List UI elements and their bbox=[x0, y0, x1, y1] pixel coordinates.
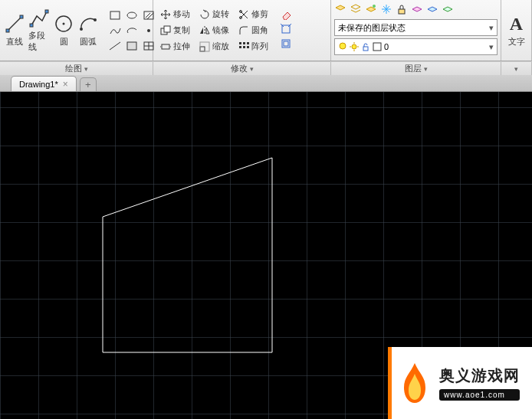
mirror-button[interactable]: 镜像 bbox=[195, 23, 233, 38]
mirror-icon bbox=[199, 25, 210, 36]
explode-icon[interactable] bbox=[281, 24, 294, 38]
polyline-icon bbox=[28, 8, 50, 28]
offset-icon[interactable] bbox=[281, 38, 294, 52]
watermark-title: 奥义游戏网 bbox=[439, 365, 520, 386]
stretch-button[interactable]: 拉伸 bbox=[156, 39, 194, 54]
svg-line-15 bbox=[110, 42, 120, 50]
erase-icon[interactable] bbox=[281, 9, 294, 23]
draw-panel-label[interactable]: 绘图 bbox=[0, 62, 153, 75]
line-label: 直线 bbox=[6, 36, 23, 47]
rotate-icon bbox=[199, 9, 210, 20]
svg-rect-21 bbox=[164, 26, 170, 32]
svg-point-10 bbox=[127, 12, 136, 18]
svg-rect-9 bbox=[110, 11, 120, 19]
array-icon bbox=[238, 41, 249, 52]
svg-rect-32 bbox=[247, 46, 249, 48]
move-button[interactable]: 移动 bbox=[156, 7, 194, 22]
svg-point-14 bbox=[147, 29, 150, 32]
text-button[interactable]: A 文字 bbox=[504, 8, 528, 53]
svg-rect-16 bbox=[127, 42, 136, 50]
drawing-canvas[interactable]: 奥义游戏网 www.aoe1.com bbox=[0, 92, 532, 419]
svg-rect-2 bbox=[20, 15, 23, 18]
layers-panel-label[interactable]: 图层 bbox=[331, 62, 501, 75]
svg-line-0 bbox=[8, 17, 21, 31]
circle-label: 圆 bbox=[60, 36, 68, 47]
unlock-icon bbox=[361, 42, 370, 51]
ellipse-icon[interactable] bbox=[124, 8, 140, 22]
sun-icon bbox=[350, 42, 359, 51]
copy-button[interactable]: 复制 bbox=[156, 23, 194, 38]
layer-states-icon[interactable] bbox=[350, 3, 363, 17]
flame-icon bbox=[396, 360, 433, 406]
layer-lock-icon[interactable] bbox=[396, 3, 409, 17]
text-icon: A bbox=[506, 13, 527, 34]
svg-point-38 bbox=[373, 5, 376, 8]
fillet-button[interactable]: 圆角 bbox=[235, 23, 272, 38]
layer-off-icon[interactable] bbox=[411, 3, 425, 17]
trim-icon bbox=[238, 9, 249, 20]
line-icon bbox=[4, 13, 25, 34]
ribbon-toolbar: 直线 多段线 圆 圆弧 bbox=[0, 0, 532, 61]
close-icon[interactable]: × bbox=[63, 79, 68, 90]
trim-button[interactable]: 修剪 bbox=[235, 7, 272, 22]
svg-rect-43 bbox=[373, 43, 381, 51]
arc-label: 圆弧 bbox=[80, 36, 97, 47]
panel-labels-row: 绘图 修改 图层 bbox=[0, 61, 532, 75]
circle-icon bbox=[53, 13, 74, 34]
watermark-url: www.aoe1.com bbox=[439, 389, 520, 401]
layer-prev-icon[interactable] bbox=[442, 3, 455, 17]
modify-panel-label[interactable]: 修改 bbox=[153, 62, 331, 75]
svg-rect-39 bbox=[399, 9, 405, 14]
svg-rect-28 bbox=[243, 42, 245, 44]
scale-icon bbox=[199, 41, 210, 52]
svg-rect-3 bbox=[30, 24, 33, 27]
svg-point-6 bbox=[63, 23, 65, 25]
spline-icon[interactable] bbox=[107, 24, 123, 38]
svg-rect-1 bbox=[6, 29, 9, 32]
panel-draw: 直线 多段线 圆 圆弧 bbox=[0, 0, 153, 61]
svg-rect-23 bbox=[200, 47, 205, 51]
new-tab-button[interactable]: + bbox=[80, 77, 97, 91]
panel-text: A 文字 bbox=[501, 0, 532, 61]
svg-rect-42 bbox=[363, 47, 368, 51]
svg-rect-27 bbox=[239, 42, 241, 44]
color-swatch-icon bbox=[373, 42, 382, 51]
document-tab[interactable]: Drawing1* × bbox=[11, 76, 77, 91]
svg-line-13 bbox=[147, 13, 153, 19]
array-button[interactable]: 阵列 bbox=[235, 39, 272, 54]
svg-marker-44 bbox=[103, 158, 272, 352]
current-layer-dropdown[interactable]: 0 bbox=[334, 38, 498, 55]
svg-rect-37 bbox=[284, 41, 288, 46]
circle-button[interactable]: 圆 bbox=[52, 8, 75, 53]
layer-match-icon[interactable] bbox=[426, 3, 440, 17]
svg-rect-29 bbox=[247, 42, 249, 44]
ellipse-arc-icon[interactable] bbox=[124, 24, 140, 38]
panel-modify: 移动 复制 拉伸 旋转 镜像 缩放 修剪 圆角 阵列 bbox=[153, 0, 331, 61]
tab-name: Drawing1* bbox=[19, 80, 58, 89]
svg-rect-31 bbox=[243, 46, 245, 48]
layer-freeze-icon[interactable] bbox=[380, 3, 394, 17]
scale-button[interactable]: 缩放 bbox=[195, 39, 233, 54]
text-panel-label[interactable] bbox=[501, 62, 532, 75]
document-tabbar: Drawing1* × + bbox=[0, 75, 532, 92]
rectangle-icon[interactable] bbox=[107, 8, 123, 22]
svg-point-41 bbox=[352, 44, 356, 49]
construction-line-icon[interactable] bbox=[107, 39, 123, 53]
arc-icon bbox=[77, 13, 99, 34]
polyline-button[interactable]: 多段线 bbox=[28, 8, 51, 53]
svg-point-8 bbox=[94, 18, 97, 21]
line-button[interactable]: 直线 bbox=[3, 8, 26, 53]
text-label: 文字 bbox=[508, 36, 525, 47]
layer-state-dropdown[interactable]: 未保存的图层状态 bbox=[334, 19, 498, 36]
svg-rect-30 bbox=[239, 46, 241, 48]
svg-rect-22 bbox=[162, 44, 169, 49]
move-icon bbox=[160, 9, 171, 20]
stretch-icon bbox=[160, 41, 171, 52]
region-icon[interactable] bbox=[124, 39, 140, 53]
layer-prop-icon[interactable] bbox=[334, 3, 348, 17]
layer-iso-icon[interactable] bbox=[365, 3, 379, 17]
draw-small-tools bbox=[107, 8, 156, 53]
rotate-button[interactable]: 旋转 bbox=[195, 7, 233, 22]
arc-button[interactable]: 圆弧 bbox=[77, 8, 100, 53]
svg-rect-4 bbox=[45, 10, 48, 13]
